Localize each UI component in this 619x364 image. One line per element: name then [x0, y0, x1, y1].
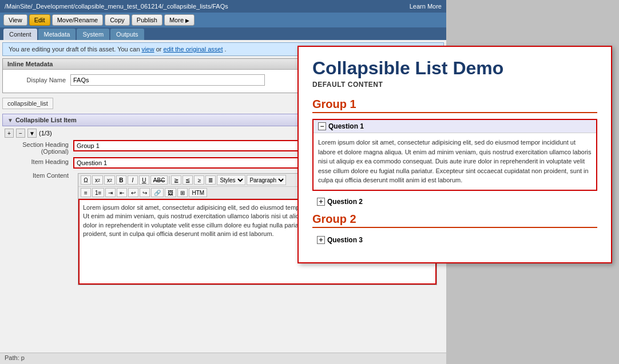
- rte-abc-btn[interactable]: ABC: [150, 175, 168, 185]
- rte-source-btn[interactable]: HTM: [189, 188, 207, 197]
- rte-outdent-btn[interactable]: ⇤: [117, 188, 127, 197]
- edit-original-link[interactable]: edit the original asset: [164, 46, 223, 53]
- preview-subtitle: DEFAULT CONTENT: [312, 81, 597, 89]
- rte-italic-btn[interactable]: I: [128, 175, 138, 185]
- edit-button[interactable]: Edit: [29, 14, 50, 26]
- rte-align-center-btn[interactable]: ≦: [182, 175, 193, 185]
- preview-question3-label: Question 3: [327, 236, 363, 244]
- item-content-label: Item Content: [5, 171, 73, 179]
- expand-icon[interactable]: +: [5, 129, 14, 138]
- path-bar: Path: p: [0, 353, 446, 364]
- view-link[interactable]: view: [142, 46, 154, 53]
- rte-paragraph-select[interactable]: Paragraph: [247, 175, 286, 185]
- publish-button[interactable]: Publish: [132, 14, 162, 26]
- content-tabs: Content Metadata System Outputs: [0, 27, 446, 40]
- rte-image-btn[interactable]: 🖼: [165, 188, 176, 197]
- rte-styles-select[interactable]: Styles: [217, 175, 245, 185]
- preview-question2-label: Question 2: [327, 198, 363, 206]
- rte-indent-btn[interactable]: ⇥: [105, 188, 116, 197]
- copy-button[interactable]: Copy: [105, 14, 130, 26]
- asset-type-label: collapsible_list: [2, 98, 53, 109]
- triangle-icon: ▼: [7, 117, 13, 123]
- rte-redo-btn[interactable]: ↪: [140, 188, 150, 197]
- preview-question1-header[interactable]: − Question 1: [314, 120, 596, 133]
- preview-question1-content: Lorem ipsum dolor sit amet, consectetur …: [314, 133, 596, 190]
- display-name-input[interactable]: [70, 74, 265, 86]
- rte-align-left-btn[interactable]: ≧: [171, 175, 181, 185]
- rte-number-btn[interactable]: 1≡: [92, 188, 104, 197]
- rte-undo-btn[interactable]: ↩: [128, 188, 138, 197]
- rte-divider1: [169, 176, 170, 184]
- preview-title: Collapsible List Demo: [312, 58, 597, 78]
- item-counter: (1/3): [39, 130, 52, 137]
- rte-align-justify-btn[interactable]: ≣: [205, 175, 216, 185]
- view-button[interactable]: View: [3, 14, 27, 26]
- preview-question1-box: − Question 1 Lorem ipsum dolor sit amet,…: [312, 119, 597, 191]
- breadcrumb-bar: /MainSite/_Development/collapsible_menu_…: [0, 0, 446, 13]
- info-period: .: [225, 46, 227, 53]
- tab-content[interactable]: Content: [3, 29, 37, 40]
- rte-align-right-btn[interactable]: ≥: [194, 175, 204, 185]
- more-button[interactable]: More: [164, 14, 195, 26]
- path-text: Path: p: [5, 354, 25, 361]
- minus-icon: −: [318, 122, 326, 130]
- learn-more-link[interactable]: Learn More: [410, 3, 442, 10]
- info-separator: or: [156, 46, 162, 53]
- move-rename-button[interactable]: Move/Rename: [52, 14, 104, 26]
- down-arrow-icon[interactable]: ▼: [27, 129, 37, 138]
- collapse-icon[interactable]: −: [16, 129, 25, 138]
- rte-omega-btn[interactable]: Ω: [81, 175, 91, 185]
- preview-question3-collapsed[interactable]: + Question 3: [312, 234, 597, 246]
- preview-question1-text: Lorem ipsum dolor sit amet, consectetur …: [318, 139, 592, 183]
- rte-underline-btn[interactable]: U: [139, 175, 149, 185]
- rte-table-btn[interactable]: ⊞: [177, 188, 188, 197]
- rte-bullet-btn[interactable]: ≡: [81, 188, 91, 197]
- breadcrumb-path: /MainSite/_Development/collapsible_menu_…: [5, 3, 228, 10]
- info-text: You are editing your draft of this asset…: [9, 46, 140, 53]
- preview-question2-collapsed[interactable]: + Question 2: [312, 195, 597, 208]
- item-heading-label: Item Heading: [5, 157, 73, 165]
- rte-bold-btn[interactable]: B: [116, 175, 126, 185]
- collapsible-item-title: Collapsible List Item: [15, 117, 77, 123]
- tab-metadata[interactable]: Metadata: [38, 29, 76, 40]
- plus-icon-q3: +: [317, 236, 325, 244]
- plus-icon-q2: +: [317, 198, 325, 206]
- preview-group1-title: Group 1: [312, 98, 597, 113]
- rte-superscript-btn[interactable]: x2: [92, 175, 103, 185]
- display-name-label: Display Name: [7, 77, 70, 83]
- preview-group2-title: Group 2: [312, 213, 597, 228]
- section-heading-label: Section Heading(Optional): [5, 140, 73, 155]
- rte-subscript-btn[interactable]: x2: [104, 175, 115, 185]
- rte-link-btn[interactable]: 🔗: [151, 188, 164, 197]
- tab-system[interactable]: System: [77, 29, 109, 40]
- preview-question1-label: Question 1: [328, 122, 364, 130]
- preview-panel: Collapsible List Demo DEFAULT CONTENT Gr…: [297, 46, 612, 263]
- toolbar: View Edit Move/Rename Copy Publish More: [0, 13, 446, 27]
- tab-outputs[interactable]: Outputs: [110, 29, 144, 40]
